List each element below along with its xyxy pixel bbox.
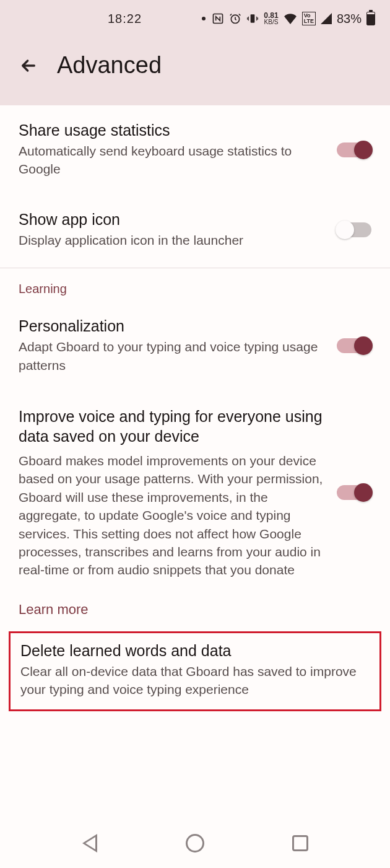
battery-percent: 83% xyxy=(337,12,362,26)
volte-icon: VoLTE xyxy=(302,12,316,25)
nav-home-button[interactable] xyxy=(183,831,207,856)
alarm-icon xyxy=(229,12,241,25)
status-dot-icon xyxy=(202,17,206,20)
settings-list: Share usage statistics Automatically sen… xyxy=(0,105,390,711)
status-bar: 18:22 0.81 KB/S VoLTE 83% xyxy=(0,0,390,37)
pref-share-usage-stats[interactable]: Share usage statistics Automatically sen… xyxy=(0,105,390,195)
pref-subtitle: Gboard makes model improvements on your … xyxy=(19,452,324,579)
wifi-icon xyxy=(284,13,297,24)
pref-subtitle: Clear all on-device data that Gboard has… xyxy=(20,662,370,699)
toggle-improve-voice-typing[interactable] xyxy=(337,485,371,500)
toggle-share-usage-stats[interactable] xyxy=(337,142,371,157)
pref-title: Improve voice and typing for everyone us… xyxy=(19,406,324,447)
pref-delete-learned-words[interactable]: Delete learned words and data Clear all … xyxy=(9,631,381,712)
pref-title: Share usage statistics xyxy=(19,121,324,139)
svg-rect-2 xyxy=(251,14,255,22)
signal-icon xyxy=(321,13,332,24)
network-speed: 0.81 KB/S xyxy=(264,12,278,25)
nfc-icon xyxy=(212,12,224,25)
pref-title: Delete learned words and data xyxy=(20,642,370,660)
pref-improve-voice-typing[interactable]: Improve voice and typing for everyone us… xyxy=(0,390,390,595)
pref-title: Personalization xyxy=(19,317,324,335)
vibrate-icon xyxy=(246,12,259,25)
nav-recent-button[interactable] xyxy=(288,831,313,856)
pref-subtitle: Automatically send keyboard usage statis… xyxy=(19,142,324,178)
back-button[interactable] xyxy=(17,55,40,77)
category-learning: Learning xyxy=(0,268,390,301)
pref-subtitle: Display application icon in the launcher xyxy=(19,231,324,249)
page-title: Advanced xyxy=(57,52,162,79)
learn-more-link[interactable]: Learn more xyxy=(0,595,390,631)
battery-icon xyxy=(366,12,375,25)
pref-title: Show app icon xyxy=(19,211,324,229)
pref-subtitle: Adapt Gboard to your typing and voice ty… xyxy=(19,338,324,374)
navigation-bar xyxy=(0,818,390,868)
pref-personalization[interactable]: Personalization Adapt Gboard to your typ… xyxy=(0,301,390,390)
toggle-personalization[interactable] xyxy=(337,338,371,353)
pref-show-app-icon[interactable]: Show app icon Display application icon i… xyxy=(0,195,390,265)
status-time: 18:22 xyxy=(108,12,142,26)
nav-back-button[interactable] xyxy=(77,831,102,856)
toggle-show-app-icon[interactable] xyxy=(337,222,371,237)
